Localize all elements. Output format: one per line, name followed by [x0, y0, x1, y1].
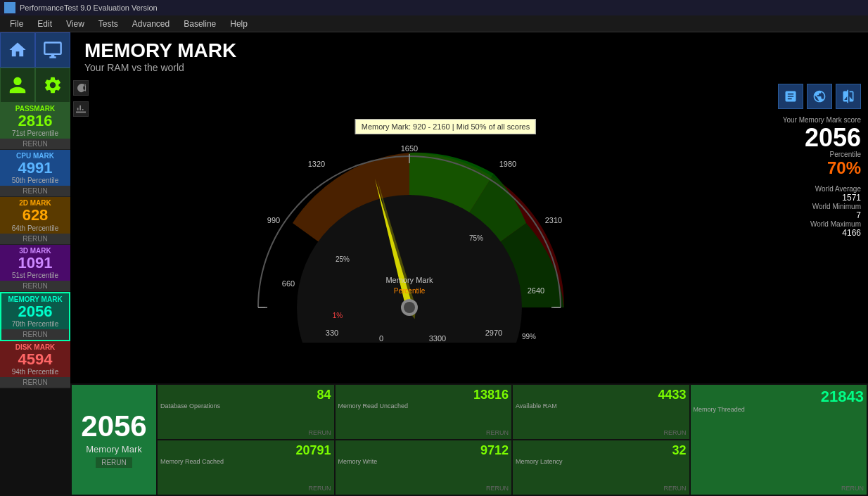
- svg-text:Percentile: Percentile: [394, 287, 426, 295]
- diskmark-rerun[interactable]: RERUN: [0, 377, 70, 388]
- tile-read-uncached[interactable]: 13816 Memory Read Uncached RERUN: [336, 385, 512, 439]
- sidebar-top-icons: [0, 32, 70, 68]
- sidebar-item-cpumark[interactable]: CPU MARK 4991 50th Percentile RERUN: [0, 150, 70, 197]
- 3dmark-label: 3D MARK: [0, 245, 70, 255]
- cpumark-rerun[interactable]: RERUN: [0, 186, 70, 196]
- db-ops-label: Database Operations: [160, 402, 331, 409]
- mem-write-score: 9712: [338, 443, 509, 458]
- cpumark-label: CPU MARK: [0, 150, 70, 160]
- menu-edit[interactable]: Edit: [30, 19, 59, 29]
- main-layout: PASSMARK 2816 71st Percentile RERUN CPU …: [0, 32, 868, 496]
- 2dmark-rerun[interactable]: RERUN: [0, 234, 70, 244]
- large-tile-rerun[interactable]: RERUN: [96, 457, 132, 468]
- world-max-value: 4166: [734, 228, 861, 238]
- large-tile-label: Memory Mark: [86, 444, 141, 454]
- diskmark-score: 4594: [0, 351, 70, 368]
- sidebar-bottom-icons: [0, 68, 70, 103]
- content-area: MEMORY MARK Your RAM vs the world Memory…: [70, 32, 868, 496]
- app-icon: [4, 2, 15, 13]
- mem-threaded-rerun[interactable]: RERUN: [694, 485, 864, 492]
- large-memory-tile[interactable]: 2056 Memory Mark RERUN: [72, 385, 156, 495]
- tiles-col-2: 13816 Memory Read Uncached RERUN 9712 Me…: [336, 385, 512, 495]
- read-cached-rerun[interactable]: RERUN: [160, 485, 331, 492]
- sidebar-item-diskmark[interactable]: DISK MARK 4594 94th Percentile RERUN: [0, 341, 70, 388]
- cpumark-score: 4991: [0, 160, 70, 177]
- menubar: File Edit View Tests Advanced Baseline H…: [0, 15, 868, 32]
- avail-ram-rerun[interactable]: RERUN: [516, 429, 687, 436]
- sidebar: PASSMARK 2816 71st Percentile RERUN CPU …: [0, 32, 70, 496]
- svg-text:0: 0: [379, 334, 383, 343]
- mem-write-label: Memory Write: [338, 458, 509, 465]
- page-header: MEMORY MARK Your RAM vs the world: [70, 32, 868, 77]
- tiles-col-1: 84 Database Operations RERUN 20791 Memor…: [158, 385, 334, 495]
- passmark-score: 2816: [0, 113, 70, 129]
- chart-icon[interactable]: [73, 101, 89, 117]
- monitor-icon[interactable]: [35, 32, 70, 68]
- db-ops-rerun[interactable]: RERUN: [160, 429, 331, 436]
- tiles-col-3: 4433 Available RAM RERUN 32 Memory Laten…: [513, 385, 689, 495]
- tile-read-cached[interactable]: 20791 Memory Read Cached RERUN: [158, 440, 334, 495]
- menu-baseline[interactable]: Baseline: [177, 19, 223, 29]
- mem-latency-rerun[interactable]: RERUN: [516, 485, 687, 492]
- sidebar-item-3dmark[interactable]: 3D MARK 1091 51st Percentile RERUN: [0, 245, 70, 292]
- svg-point-22: [404, 302, 415, 313]
- memmark-label: MEMORY MARK: [1, 293, 69, 303]
- page-title: MEMORY MARK: [84, 39, 854, 62]
- menu-view[interactable]: View: [59, 19, 91, 29]
- passmark-rerun[interactable]: RERUN: [0, 139, 70, 149]
- menu-advanced[interactable]: Advanced: [125, 19, 177, 29]
- tile-mem-threaded[interactable]: 21843 Memory Threaded RERUN: [691, 385, 867, 495]
- tile-mem-latency[interactable]: 32 Memory Latency RERUN: [513, 440, 689, 495]
- tiles-col-4: 21843 Memory Threaded RERUN: [691, 385, 867, 495]
- svg-text:2640: 2640: [528, 286, 544, 295]
- sidebar-item-memmark[interactable]: MEMORY MARK 2056 70th Percentile RERUN: [0, 292, 70, 341]
- diskmark-percentile: 94th Percentile: [0, 368, 70, 377]
- passmark-percentile: 71st Percentile: [0, 129, 70, 139]
- mem-threaded-label: Memory Threaded: [694, 406, 864, 413]
- refresh-icon[interactable]: [73, 80, 89, 96]
- large-tile-score: 2056: [81, 412, 146, 441]
- svg-text:1320: 1320: [308, 160, 325, 168]
- read-uncached-rerun[interactable]: RERUN: [338, 429, 509, 436]
- svg-text:660: 660: [282, 279, 295, 288]
- tile-db-ops[interactable]: 84 Database Operations RERUN: [158, 385, 334, 439]
- menu-file[interactable]: File: [3, 19, 30, 29]
- read-cached-score: 20791: [160, 443, 331, 458]
- small-tiles-grid: 84 Database Operations RERUN 20791 Memor…: [158, 385, 867, 495]
- menu-help[interactable]: Help: [223, 19, 255, 29]
- gauge-container: Memory Mark: 920 - 2160 | Mid 50% of all…: [91, 77, 727, 383]
- 2dmark-score: 628: [0, 207, 70, 224]
- person-icon[interactable]: [0, 68, 35, 103]
- page-subtitle: Your RAM vs the world: [84, 62, 854, 73]
- percentile-label: Percentile: [734, 151, 861, 158]
- tile-mem-write[interactable]: 9712 Memory Write RERUN: [336, 440, 512, 495]
- read-uncached-score: 13816: [338, 388, 509, 402]
- sidebar-item-passmark[interactable]: PASSMARK 2816 71st Percentile RERUN: [0, 103, 70, 150]
- avail-ram-score: 4433: [516, 388, 687, 402]
- web-icon-btn[interactable]: [807, 84, 832, 109]
- mem-write-rerun[interactable]: RERUN: [338, 485, 509, 492]
- 3dmark-rerun[interactable]: RERUN: [0, 281, 70, 291]
- svg-text:99%: 99%: [522, 333, 536, 341]
- memmark-rerun[interactable]: RERUN: [1, 329, 69, 340]
- mem-latency-label: Memory Latency: [516, 458, 687, 465]
- settings-icon[interactable]: [35, 68, 70, 103]
- gauge-area: Memory Mark: 920 - 2160 | Mid 50% of all…: [70, 77, 868, 383]
- memmark-percentile: 70th Percentile: [1, 320, 69, 329]
- sidebar-item-2dmark[interactable]: 2D MARK 628 64th Percentile RERUN: [0, 197, 70, 244]
- menu-tests[interactable]: Tests: [91, 19, 125, 29]
- svg-text:1980: 1980: [499, 160, 516, 168]
- results-icon-btn[interactable]: [778, 84, 803, 109]
- memmark-score: 2056: [1, 303, 69, 320]
- svg-text:25%: 25%: [336, 255, 350, 263]
- world-avg-value: 1571: [734, 193, 861, 203]
- 2dmark-label: 2D MARK: [0, 197, 70, 207]
- tile-avail-ram[interactable]: 4433 Available RAM RERUN: [513, 385, 689, 439]
- mem-latency-score: 32: [516, 443, 687, 458]
- percentile-value: 70%: [734, 158, 861, 178]
- 3dmark-score: 1091: [0, 255, 70, 272]
- avail-ram-label: Available RAM: [516, 402, 687, 409]
- svg-text:Memory Mark: Memory Mark: [385, 276, 433, 284]
- home-icon[interactable]: [0, 32, 35, 68]
- compare-icon-btn[interactable]: [836, 84, 861, 109]
